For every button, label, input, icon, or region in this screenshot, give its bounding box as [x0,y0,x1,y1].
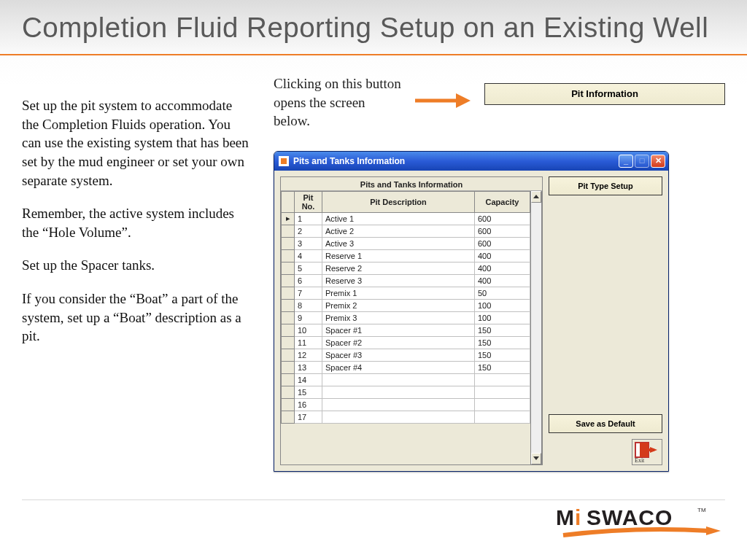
cell-pit-desc[interactable]: Spacer #4 [322,361,475,373]
cell-pit-desc[interactable]: Reserve 3 [322,274,475,287]
cell-pit-desc[interactable] [322,398,475,411]
cell-pit-desc[interactable]: Premix 2 [322,299,475,311]
svg-text:i: i [575,505,581,529]
exit-button[interactable]: Exit [632,439,662,465]
cell-pit-desc[interactable]: Spacer #3 [322,349,475,361]
cell-pit-desc[interactable]: Spacer #2 [322,336,475,349]
window-minimize-button[interactable]: _ [619,155,633,168]
cell-pit-no[interactable]: 3 [295,237,322,249]
cell-pit-no[interactable]: 13 [295,361,322,373]
scroll-up-button[interactable] [531,191,541,203]
cell-pit-no[interactable]: 4 [295,249,322,262]
table-row[interactable]: 10Spacer #1150 [282,324,530,336]
cell-pit-desc[interactable]: Active 3 [322,237,475,249]
cell-capacity[interactable]: 50 [475,287,530,299]
window-close-button[interactable]: ✕ [651,155,665,168]
row-indicator [282,262,295,274]
cell-pit-desc[interactable]: Premix 1 [322,287,475,299]
cell-pit-no[interactable]: 14 [295,373,322,386]
cell-pit-no[interactable]: 11 [295,336,322,349]
col-pit-no[interactable]: Pit No. [295,191,322,212]
window-titlebar[interactable]: Pits and Tanks Information _ □ ✕ [274,152,668,171]
cell-pit-desc[interactable]: Spacer #1 [322,324,475,336]
window-maximize-button[interactable]: □ [635,155,649,168]
cell-capacity[interactable] [475,398,530,411]
cell-pit-no[interactable]: 5 [295,262,322,274]
table-row[interactable]: 11Spacer #2150 [282,336,530,349]
cell-pit-desc[interactable]: Premix 3 [322,311,475,324]
cell-pit-no[interactable]: 17 [295,411,322,423]
table-row[interactable]: 5Reserve 2400 [282,262,530,274]
table-row[interactable]: 13Spacer #4150 [282,361,530,373]
row-indicator [282,287,295,299]
cell-pit-desc[interactable]: Reserve 1 [322,249,475,262]
table-row[interactable]: 16 [282,398,530,411]
table-row[interactable]: 9Premix 3100 [282,311,530,324]
cell-pit-desc[interactable]: Active 2 [322,225,475,237]
cell-capacity[interactable]: 600 [475,225,530,237]
table-scrollbar[interactable] [530,191,542,464]
cell-pit-no[interactable]: 16 [295,398,322,411]
svg-rect-3 [640,443,649,457]
cell-capacity[interactable] [475,411,530,423]
svg-marker-10 [706,526,721,535]
table-row[interactable]: 15 [282,386,530,398]
cell-capacity[interactable]: 400 [475,249,530,262]
cell-capacity[interactable]: 400 [475,274,530,287]
pit-type-setup-button[interactable]: Pit Type Setup [549,176,662,195]
cell-pit-no[interactable]: 7 [295,287,322,299]
col-pit-desc[interactable]: Pit Description [322,191,475,212]
cell-capacity[interactable] [475,386,530,398]
table-row[interactable]: 17 [282,411,530,423]
cell-pit-no[interactable]: 12 [295,349,322,361]
cell-pit-no[interactable]: 8 [295,299,322,311]
cell-capacity[interactable]: 100 [475,299,530,311]
cell-capacity[interactable]: 150 [475,349,530,361]
cell-capacity[interactable]: 600 [475,212,530,225]
cell-capacity[interactable]: 150 [475,361,530,373]
row-indicator [282,336,295,349]
save-as-default-button[interactable]: Save as Default [549,414,662,433]
pits-table-panel: Pits and Tanks Information Pit No. Pit D… [280,176,543,465]
cell-pit-desc[interactable]: Reserve 2 [322,262,475,274]
table-row[interactable]: 3Active 3600 [282,237,530,249]
cell-pit-desc[interactable] [322,411,475,423]
cell-pit-no[interactable]: 2 [295,225,322,237]
cell-pit-desc[interactable]: Active 1 [322,212,475,225]
cell-pit-no[interactable]: 9 [295,311,322,324]
cell-capacity[interactable]: 150 [475,336,530,349]
window-title: Pits and Tanks Information [293,156,405,166]
page-title: Completion Fluid Reporting Setup on an E… [0,0,747,44]
cell-capacity[interactable]: 400 [475,262,530,274]
svg-text:TM: TM [697,507,706,513]
row-indicator [282,349,295,361]
table-row[interactable]: ▸1Active 1600 [282,212,530,225]
col-capacity[interactable]: Capacity [475,191,530,212]
cell-pit-desc[interactable] [322,373,475,386]
table-row[interactable]: 6Reserve 3400 [282,274,530,287]
table-row[interactable]: 14 [282,373,530,386]
cell-capacity[interactable] [475,373,530,386]
cell-pit-desc[interactable] [322,386,475,398]
cell-capacity[interactable]: 600 [475,237,530,249]
cell-pit-no[interactable]: 10 [295,324,322,336]
scroll-track[interactable] [531,203,541,453]
window-side-buttons: Pit Type Setup Save as Default Exit [549,176,662,465]
cell-pit-no[interactable]: 15 [295,386,322,398]
cell-capacity[interactable]: 150 [475,324,530,336]
para-1: Set up the pit system to accommodate the… [22,96,252,190]
cell-pit-no[interactable]: 1 [295,212,322,225]
para-2: Remember, the active system includes the… [22,204,252,241]
scroll-down-button[interactable] [531,453,541,464]
pit-information-button[interactable]: Pit Information [484,83,725,105]
table-row[interactable]: 12Spacer #3150 [282,349,530,361]
cell-pit-no[interactable]: 6 [295,274,322,287]
table-row[interactable]: 7Premix 150 [282,287,530,299]
table-row[interactable]: 8Premix 2100 [282,299,530,311]
pits-table[interactable]: Pit No. Pit Description Capacity ▸1Activ… [281,191,530,424]
table-row[interactable]: 2Active 2600 [282,225,530,237]
table-row[interactable]: 4Reserve 1400 [282,249,530,262]
para-4: If you consider the “Boat” a part of the… [22,289,252,346]
cell-capacity[interactable]: 100 [475,311,530,324]
row-indicator [282,299,295,311]
